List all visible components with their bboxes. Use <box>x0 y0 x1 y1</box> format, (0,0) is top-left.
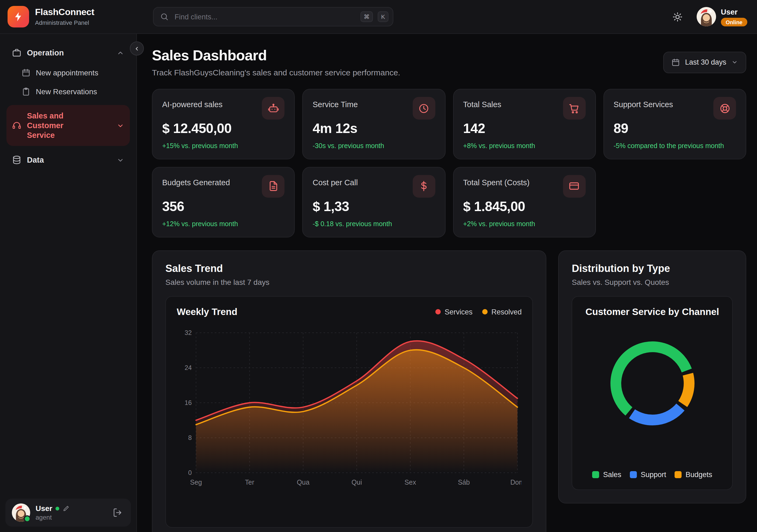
stat-value: $ 12.450,00 <box>162 121 285 136</box>
sidebar-user-card: User agent <box>5 499 131 527</box>
legend-item-sales: Sales <box>592 471 621 479</box>
sidebar-item-new-reservations[interactable]: New Reservations <box>16 82 130 101</box>
date-range-label: Last 30 days <box>685 58 726 66</box>
app-subtitle: Administrative Panel <box>35 19 94 26</box>
sun-icon <box>673 12 683 22</box>
distribution-subtitle: Sales vs. Support vs. Quotes <box>572 278 733 287</box>
stat-title: AI-powered sales <box>162 97 223 109</box>
clipboard-icon <box>21 87 30 96</box>
resolved-legend-dot <box>482 309 488 315</box>
line-chart-legend: Services Resolved <box>435 308 522 316</box>
stat-delta: -$ 0.18 vs. previous month <box>313 220 435 229</box>
channel-donut-title: Customer Service by Channel <box>586 306 719 318</box>
stat-delta: -5% compared to the previous month <box>614 142 736 151</box>
stat-value: $ 1,33 <box>313 199 435 214</box>
svg-text:Qui: Qui <box>351 478 362 486</box>
shopping-cart-icon <box>569 102 580 114</box>
brand: FlashConnect Administrative Panel <box>0 6 137 27</box>
svg-text:24: 24 <box>185 364 192 371</box>
legend-label: Services <box>444 308 472 316</box>
file-text-icon <box>268 181 279 192</box>
chevron-down-icon <box>731 59 738 66</box>
app-title: FlashConnect <box>35 8 94 17</box>
headset-icon <box>12 121 21 130</box>
sidebar: Operation New appointments New Reservati… <box>0 33 137 532</box>
main-content: Sales Dashboard Track FlashGuysCleaning'… <box>137 33 757 532</box>
user-menu[interactable]: User Online <box>697 7 747 26</box>
status-badge: Online <box>721 18 747 26</box>
svg-text:Sáb: Sáb <box>458 478 470 486</box>
stat-title: Support Services <box>614 97 673 109</box>
sidebar-user-name: User <box>36 504 52 513</box>
kbd-k: K <box>378 11 388 22</box>
stat-delta: +2% vs. previous month <box>463 220 586 229</box>
app-window: FlashConnect Administrative Panel ⌘ K Us… <box>0 0 757 532</box>
credit-card-icon <box>569 181 580 192</box>
legend-item-services: Services <box>435 308 472 316</box>
logout-button[interactable] <box>110 506 124 519</box>
svg-text:Dom: Dom <box>510 478 522 486</box>
stats-grid: AI-powered sales $ 12.450,00 +15% vs. pr… <box>152 89 746 238</box>
stat-card-cost-per-call: Cost per Call $ 1,33 -$ 0.18 vs. previou… <box>303 167 445 238</box>
stat-title: Service Time <box>313 97 358 109</box>
online-status-dot <box>55 506 59 510</box>
client-search: ⌘ K <box>153 7 393 26</box>
header-user-name: User <box>721 8 738 16</box>
sidebar-item-new-appointments[interactable]: New appointments <box>16 64 130 82</box>
chevron-down-icon <box>116 156 124 164</box>
life-buoy-icon <box>719 102 730 114</box>
chevron-down-icon <box>116 122 124 129</box>
edit-pencil-icon[interactable] <box>63 505 70 512</box>
online-status-dot <box>24 515 31 522</box>
legend-label: Sales <box>603 471 621 479</box>
sidebar-group-operation[interactable]: Operation <box>7 43 130 63</box>
stat-card-support-services: Support Services 89 -5% compared to the … <box>603 89 746 159</box>
date-range-select[interactable]: Last 30 days <box>663 51 746 73</box>
svg-text:32: 32 <box>185 329 192 336</box>
weekly-trend-area-chart: 08162432SegTerQuaQuiSexSábDom <box>177 324 522 493</box>
clock-icon <box>418 102 429 114</box>
theme-toggle-button[interactable] <box>669 8 687 26</box>
dollar-icon <box>418 181 429 192</box>
stat-title: Cost per Call <box>313 175 358 187</box>
avatar <box>697 7 716 26</box>
legend-label: Budgets <box>685 471 712 479</box>
stat-icon-box <box>563 175 586 198</box>
stat-card-budgets-generated: Budgets Generated 356 +12% vs. previous … <box>152 167 295 238</box>
stat-icon-box <box>563 97 586 120</box>
header-actions: User Online <box>669 7 757 26</box>
sidebar-group-data[interactable]: Data <box>7 151 130 170</box>
sidebar-collapse-button[interactable] <box>130 42 144 55</box>
sales-swatch <box>592 471 599 478</box>
channel-panel: Customer Service by Channel Sales Suppor… <box>572 296 733 490</box>
search-input[interactable] <box>173 12 356 21</box>
bot-icon <box>268 102 279 114</box>
kbd-cmd: ⌘ <box>360 11 373 22</box>
stat-delta: +12% vs. previous month <box>162 220 285 229</box>
legend-item-resolved: Resolved <box>482 308 522 316</box>
app-logo <box>8 6 29 27</box>
donut-legend: Sales Support Budgets <box>592 471 712 480</box>
sales-trend-title: Sales Trend <box>166 263 533 275</box>
search-icon <box>160 13 168 21</box>
sidebar-group-data-label: Data <box>27 156 44 164</box>
channel-donut-chart <box>605 336 700 433</box>
stat-card-ai-powered-sales: AI-powered sales $ 12.450,00 +15% vs. pr… <box>152 89 295 159</box>
briefcase-icon <box>12 48 21 58</box>
distribution-card: Distribution by Type Sales vs. Support v… <box>559 250 746 503</box>
sidebar-item-label: New appointments <box>36 69 98 77</box>
support-swatch <box>630 471 637 478</box>
svg-text:Qua: Qua <box>297 478 310 486</box>
stat-card-service-time: Service Time 4m 12s -30s vs. previous mo… <box>303 89 445 159</box>
logout-icon <box>113 508 122 518</box>
stat-icon-box <box>412 97 435 120</box>
sidebar-group-operation-label: Operation <box>27 48 64 57</box>
sidebar-item-sales-customer-service[interactable]: Sales and Customer Service <box>7 105 130 146</box>
chevron-left-icon <box>134 45 140 52</box>
weekly-trend-title: Weekly Trend <box>177 306 237 318</box>
legend-item-budgets: Budgets <box>675 471 712 479</box>
legend-label: Resolved <box>491 308 522 316</box>
svg-text:8: 8 <box>188 434 192 441</box>
page-title: Sales Dashboard <box>152 47 400 64</box>
sales-trend-card: Sales Trend Sales volume in the last 7 d… <box>152 250 547 532</box>
